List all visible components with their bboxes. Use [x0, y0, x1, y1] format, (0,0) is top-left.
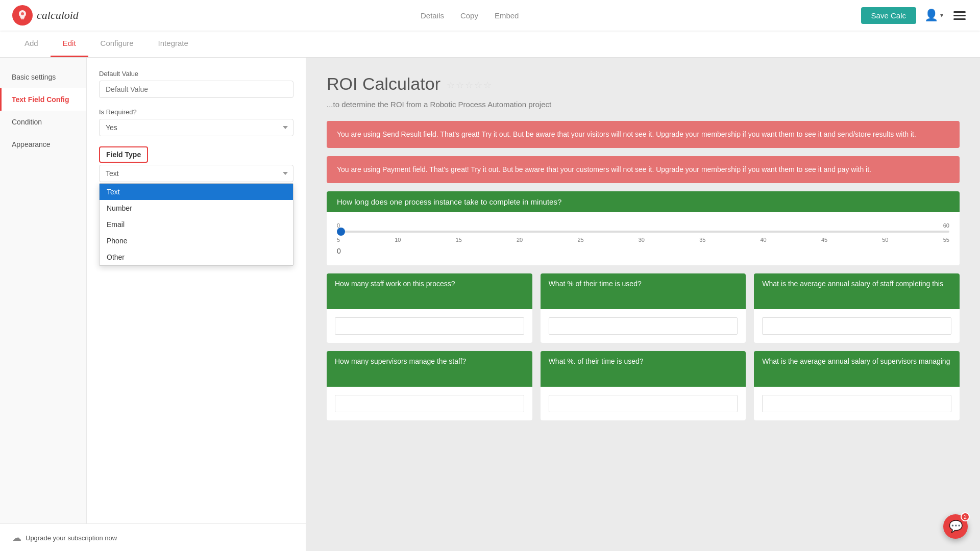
- card-staff-count: How many staff work on this process?: [327, 273, 532, 343]
- user-menu-button[interactable]: 👤 ▾: [924, 9, 943, 22]
- card-supervisor-count: How many supervisors manage the staff?: [327, 351, 532, 420]
- card-avg-salary: What is the average annual salary of sta…: [754, 273, 960, 343]
- slider-current-value: 0: [337, 247, 949, 255]
- card-supervisor-time: What %. of their time is used?: [541, 351, 746, 420]
- tab-bar: Add Edit Configure Integrate: [0, 31, 980, 58]
- card-time-used-body: [541, 309, 746, 343]
- calc-title: ROI Calculator: [327, 74, 440, 94]
- field-type-select[interactable]: Text Number Email Phone Other: [99, 165, 293, 182]
- dropdown-option-text[interactable]: Text: [100, 184, 293, 200]
- dropdown-option-email[interactable]: Email: [100, 216, 293, 233]
- star-2: ☆: [456, 80, 464, 91]
- card-supervisor-salary-body: [754, 387, 960, 420]
- sidebar-item-appearance[interactable]: Appearance: [0, 133, 86, 156]
- alert-payment: You are using Payment field. That's grea…: [327, 156, 960, 183]
- sidebar-item-condition[interactable]: Condition: [0, 111, 86, 133]
- slider-labels-top: 0 60: [337, 222, 949, 229]
- field-type-group: Field Type Text Number Email Phone Other…: [99, 146, 293, 182]
- hamburger-menu-button[interactable]: [951, 9, 968, 22]
- slider-thumb[interactable]: [337, 228, 345, 236]
- chat-bubble[interactable]: 💬 2: [943, 514, 968, 539]
- time-used-input[interactable]: [549, 317, 738, 335]
- card-supervisor-salary: What is the average annual salary of sup…: [754, 351, 960, 420]
- star-3: ☆: [465, 80, 473, 91]
- is-required-group: Is Required? Yes No: [99, 108, 293, 136]
- star-1: ☆: [447, 80, 455, 91]
- card-time-used: What % of their time is used?: [541, 273, 746, 343]
- star-5: ☆: [483, 80, 492, 91]
- field-type-label: Field Type: [99, 146, 148, 163]
- alert-send-result: You are using Send Result field. That's …: [327, 121, 960, 148]
- staff-count-input[interactable]: [335, 317, 524, 335]
- header-nav: Details Copy Embed: [421, 11, 519, 20]
- left-content: Basic settings Text Field Config Conditi…: [0, 58, 306, 523]
- main-layout: Basic settings Text Field Config Conditi…: [0, 58, 980, 551]
- upload-icon: ☁: [12, 532, 21, 543]
- save-calc-button[interactable]: Save Calc: [861, 7, 916, 24]
- is-required-label: Is Required?: [99, 108, 293, 116]
- card-grid-row2: How many supervisors manage the staff? W…: [327, 351, 960, 420]
- supervisor-count-input[interactable]: [335, 395, 524, 412]
- default-value-label: Default Value: [99, 70, 293, 78]
- sidebar-nav: Basic settings Text Field Config Conditi…: [0, 58, 87, 523]
- nav-copy[interactable]: Copy: [460, 11, 478, 20]
- dropdown-option-other[interactable]: Other: [100, 249, 293, 265]
- svg-point-0: [21, 12, 24, 15]
- nav-embed[interactable]: Embed: [495, 11, 519, 20]
- user-avatar-icon: 👤: [924, 9, 938, 22]
- right-preview: ROI Calculator ☆ ☆ ☆ ☆ ☆ ...to determine…: [306, 58, 980, 551]
- card-staff-count-body: [327, 309, 532, 343]
- supervisor-time-input[interactable]: [549, 395, 738, 412]
- slider-track-container[interactable]: [337, 231, 949, 233]
- card-staff-count-header: How many staff work on this process?: [327, 273, 532, 309]
- slider-body: 0 60 5 10 15 20 25 30 35 4: [327, 212, 960, 265]
- card-supervisor-salary-header: What is the average annual salary of sup…: [754, 351, 960, 387]
- card-supervisor-count-header: How many supervisors manage the staff?: [327, 351, 532, 387]
- slider-track: [337, 231, 949, 233]
- form-panel: Default Value Is Required? Yes No Fie: [87, 58, 306, 523]
- slider-question: How long does one process instance take …: [327, 191, 960, 212]
- field-type-dropdown: Text Number Email Phone Other: [99, 183, 293, 266]
- dropdown-option-number[interactable]: Number: [100, 200, 293, 216]
- logo-area: calculoid: [12, 5, 79, 26]
- card-supervisor-count-body: [327, 387, 532, 420]
- card-supervisor-time-header: What %. of their time is used?: [541, 351, 746, 387]
- alert-payment-text: You are using Payment field. That's grea…: [337, 165, 871, 173]
- default-value-input[interactable]: [99, 81, 293, 98]
- header: calculoid Details Copy Embed Save Calc 👤…: [0, 0, 980, 31]
- chat-icon: 💬: [949, 520, 963, 533]
- slider-label-max: 60: [943, 222, 949, 229]
- upgrade-bar[interactable]: ☁ Upgrade your subscription now: [0, 523, 306, 551]
- logo-text: calculoid: [37, 9, 79, 22]
- star-4: ☆: [474, 80, 482, 91]
- card-grid-row1: How many staff work on this process? Wha…: [327, 273, 960, 343]
- calc-subtitle: ...to determine the ROI from a Robotic P…: [327, 100, 960, 109]
- chat-badge: 2: [961, 512, 970, 521]
- is-required-select[interactable]: Yes No: [99, 119, 293, 136]
- alert-send-result-text: You are using Send Result field. That's …: [337, 130, 916, 138]
- tab-add[interactable]: Add: [12, 31, 51, 57]
- star-rating: ☆ ☆ ☆ ☆ ☆: [447, 80, 492, 91]
- left-sidebar: Basic settings Text Field Config Conditi…: [0, 58, 306, 551]
- upgrade-text: Upgrade your subscription now: [26, 534, 117, 542]
- card-avg-salary-body: [754, 309, 960, 343]
- slider-bottom-labels: 5 10 15 20 25 30 35 40 45 50 55: [337, 237, 949, 243]
- slider-section: How long does one process instance take …: [327, 191, 960, 265]
- sidebar-item-text-field-config[interactable]: Text Field Config: [0, 88, 86, 111]
- card-avg-salary-header: What is the average annual salary of sta…: [754, 273, 960, 309]
- avg-salary-input[interactable]: [762, 317, 951, 335]
- tab-configure[interactable]: Configure: [88, 31, 146, 57]
- sidebar-item-basic-settings[interactable]: Basic settings: [0, 66, 86, 88]
- header-right: Save Calc 👤 ▾: [861, 7, 968, 24]
- chevron-down-icon: ▾: [940, 12, 943, 19]
- card-time-used-header: What % of their time is used?: [541, 273, 746, 309]
- dropdown-option-phone[interactable]: Phone: [100, 233, 293, 249]
- nav-details[interactable]: Details: [421, 11, 444, 20]
- card-supervisor-time-body: [541, 387, 746, 420]
- tab-edit[interactable]: Edit: [51, 31, 88, 57]
- default-value-group: Default Value: [99, 70, 293, 98]
- tab-integrate[interactable]: Integrate: [146, 31, 201, 57]
- logo-icon: [12, 5, 33, 26]
- supervisor-salary-input[interactable]: [762, 395, 951, 412]
